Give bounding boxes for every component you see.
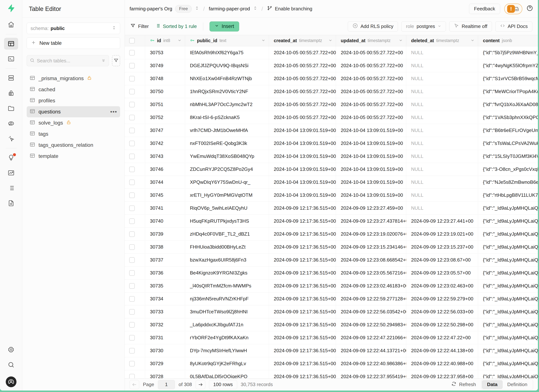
cell-id[interactable]: 30745 [145,189,185,201]
cell-created-at[interactable]: 2024-09-09 12:17:36.515+00 [269,357,336,370]
row-checkbox[interactable] [129,63,135,68]
nav-sql-editor[interactable] [4,53,18,65]
nav-reports[interactable] [4,167,18,179]
row-checkbox[interactable] [129,361,135,366]
cell-public-id[interactable]: nbMhHL3AP7OcCJymc2wT2 [185,98,269,111]
chevrons-down-icon[interactable] [101,58,106,63]
row-checkbox[interactable] [129,309,135,315]
refresh-button[interactable]: Refresh [451,381,476,388]
cell-content[interactable]: {"id":"_Id9aLyJpMHQLaiQC [478,241,538,253]
row-checkbox[interactable] [129,167,135,172]
cell-public-id[interactable]: nxFT002ISeRE-Qobg3K3k [185,137,269,150]
cell-created-at[interactable]: 2024-10-04 13:09:01.519+00 [269,137,336,150]
cell-deleted-at[interactable]: NULL [406,124,478,137]
cell-id[interactable]: 30744 [145,176,185,189]
search-tables-input[interactable] [37,58,99,64]
chevron-down-icon[interactable] [178,38,182,43]
cell-content[interactable]: {"id":"3-O8cn_xPgs0cVxqKB [478,163,538,176]
row-checkbox[interactable] [129,192,135,198]
prev-page-button[interactable] [130,380,139,389]
cell-deleted-at[interactable]: 2024-09-09 12:23:19.021+00 [406,228,478,240]
insert-button[interactable]: Insert [210,21,239,31]
realtime-toggle-button[interactable]: Realtime off [449,21,492,32]
cell-content[interactable]: {"id":"_Id9aLyJpMHQLaiQC [478,305,538,318]
cell-public-id[interactable]: FHHUioa3bidd00BHyLeZt [185,241,269,253]
cell-public-id[interactable]: 8yUKotr9qGYjK2eFRhgLv [185,357,269,370]
cell-content[interactable]: {"id":"_Id9aLyJpMHQLaiQC [478,279,538,292]
cell-content[interactable]: {"id":"5b7j5Pz9WHBNmY_A [478,46,538,59]
cell-id[interactable]: 30737 [145,253,185,266]
page-input[interactable] [158,380,175,389]
cell-content[interactable]: {"id":"4wyNgK55lOfrpmYZc [478,59,538,72]
cell-deleted-at[interactable]: 2024-09-09 12:22:56.033+00 [406,305,478,318]
next-page-button[interactable] [196,380,205,389]
cell-updated-at[interactable]: 2024-10-05 00:55:27.722+00 [336,72,406,85]
row-checkbox[interactable] [129,244,135,250]
cell-id[interactable]: 30736 [145,267,185,279]
row-checkbox[interactable] [129,50,135,56]
cell-created-at[interactable]: 2024-09-09 12:17:36.515+00 [269,344,336,357]
cell-public-id[interactable]: zHDq4c0F0VBF_TL2_dBZ1 [185,228,269,240]
row-checkbox[interactable] [129,115,135,120]
cell-public-id[interactable]: vrlh7CMD-JtM1bOweMHfA [185,124,269,137]
cell-updated-at[interactable]: 2024-09-09 12:23:19.020076+00 [336,228,406,240]
filter-button[interactable]: Filter [130,23,149,30]
cell-created-at[interactable]: 2024-10-05 00:55:27.722+00 [269,59,336,72]
row-checkbox[interactable] [129,206,135,211]
cell-updated-at[interactable]: 2024-10-05 00:55:27.722+00 [336,59,406,72]
cell-public-id[interactable]: 8KraI-tSI-6-pSZcknaK5 [185,111,269,124]
cell-updated-at[interactable]: 2024-10-05 00:55:27.722+00 [336,85,406,98]
cell-id[interactable]: 30732 [145,318,185,331]
row-checkbox[interactable] [129,348,135,354]
cell-content[interactable]: {"id":"_Id9aLyJpMHQLaiQC [478,344,538,357]
cell-content[interactable]: {"id":"sTsWaLCPsVA2WuK2 [478,137,538,150]
chevron-down-icon[interactable] [471,38,475,43]
cell-updated-at[interactable]: 2024-09-09 12:23:27.459+00 [336,202,406,215]
cell-updated-at[interactable]: 2024-10-04 13:09:01.519+00 [336,124,406,137]
cell-deleted-at[interactable]: NULL [406,176,478,189]
cell-public-id[interactable]: nj336mN5reuRVNZrKHFpF [185,292,269,305]
notifications-button[interactable]: ! [504,4,522,14]
cell-created-at[interactable]: 2024-09-09 12:17:36.515+00 [269,228,336,240]
cell-updated-at[interactable]: 2024-10-05 00:55:27.722+00 [336,46,406,59]
cell-public-id[interactable]: _La6pddxcKJIbgufATJ1n [185,318,269,331]
cell-public-id[interactable]: bzwXazHgax6UIR58j6Fn3 [185,253,269,266]
cell-created-at[interactable]: 2024-10-04 13:09:01.519+00 [269,176,336,189]
project-switcher-chevron-icon[interactable] [253,6,257,12]
nav-advisors[interactable] [4,152,18,164]
org-name[interactable]: farming-paper's Org [130,6,172,12]
cell-deleted-at[interactable]: NULL [406,163,478,176]
feedback-button[interactable]: Feedback [469,4,500,14]
cell-id[interactable]: 30750 [145,85,185,98]
nav-logs[interactable] [4,182,18,194]
row-checkbox[interactable] [129,231,135,237]
cell-content[interactable]: {"id":"_Id9aLyJpMHQLaiQC [478,215,538,227]
cell-id[interactable]: 30753 [145,46,185,59]
cell-deleted-at[interactable]: 2024-09-09 12:22:44.138+00 [406,344,478,357]
cell-content[interactable]: {"id":"_Id9aLyJpMHQLaiQC [478,253,538,266]
nav-home[interactable] [4,19,18,31]
row-checkbox[interactable] [129,218,135,224]
sidebar-item-cached[interactable]: cached [27,84,120,95]
cell-id[interactable]: 30735 [145,279,185,292]
cell-deleted-at[interactable]: 2024-09-09 12:23:15.237+00 [406,241,478,253]
column-header-updated-at[interactable]: updated_at timestamptz [336,35,406,46]
cell-id[interactable]: 30730 [145,344,185,357]
cell-created-at[interactable]: 2024-09-09 12:17:36.515+00 [269,279,336,292]
cell-deleted-at[interactable]: 2024-09-09 12:22:59.279+00 [406,292,478,305]
cell-created-at[interactable]: 2024-10-04 13:09:01.519+00 [269,163,336,176]
cell-public-id[interactable]: YwEmuWdqT38XoSB048QYp [185,150,269,163]
nav-table-editor[interactable] [4,38,18,50]
column-header-content[interactable]: content jsonb [478,35,538,46]
row-checkbox[interactable] [129,283,135,289]
cell-updated-at[interactable]: 2024-09-09 12:23:02.46183+00 [336,279,406,292]
cell-updated-at[interactable]: 2024-09-09 12:22:40.986386+00 [336,357,406,370]
cell-content[interactable]: {"id":"NJe5s8ZmBwnoB6e3s [478,176,538,189]
cell-updated-at[interactable]: 2024-09-09 12:22:50.294983+00 [336,318,406,331]
nav-database[interactable] [4,72,18,84]
row-checkbox[interactable] [129,296,135,302]
cell-deleted-at[interactable]: 2024-09-09 12:23:05.57+00 [406,267,478,279]
cell-updated-at[interactable]: 2024-09-09 12:23:15.234146+00 [336,241,406,253]
cell-id[interactable]: 30740 [145,215,185,227]
row-checkbox[interactable] [129,154,135,159]
